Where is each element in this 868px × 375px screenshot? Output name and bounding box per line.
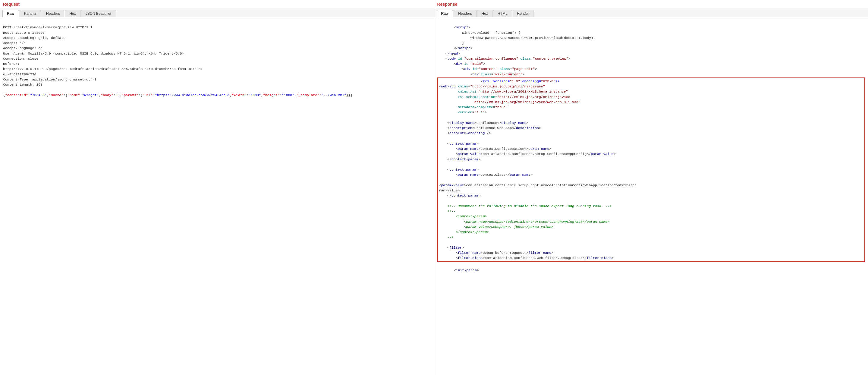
tab-params-request[interactable]: Params — [20, 10, 41, 17]
tab-raw-response[interactable]: Raw — [437, 10, 453, 17]
request-panel: Request Raw Params Headers Hex JSON Beau… — [0, 0, 434, 375]
request-line-1: POST /rest/tinymce/1/macro/preview HTTP/… — [3, 25, 203, 87]
tab-hex-response[interactable]: Hex — [477, 10, 493, 17]
response-pre-highlight: <script> window.onload = function() { wi… — [437, 25, 595, 76]
response-post-highlight: <init-param> — [437, 268, 479, 272]
response-content-area: <script> window.onload = function() { wi… — [434, 17, 868, 375]
tab-render-response[interactable]: Render — [513, 10, 533, 17]
request-json-body: {"contentId":"786458","macro":{"name":"w… — [3, 93, 352, 97]
response-tabs-row: Raw Headers Hex HTML Render — [434, 8, 868, 17]
request-content-area: POST /rest/tinymce/1/macro/preview HTTP/… — [0, 17, 434, 375]
tab-json-beautifier-request[interactable]: JSON Beautifier — [81, 10, 116, 17]
tab-html-response[interactable]: HTML — [493, 10, 512, 17]
request-panel-title: Request — [0, 0, 434, 8]
tab-hex-request[interactable]: Hex — [65, 10, 80, 17]
response-panel: Response Raw Headers Hex HTML Render <sc… — [434, 0, 868, 375]
tab-raw-request[interactable]: Raw — [2, 10, 19, 17]
tab-headers-request[interactable]: Headers — [41, 10, 64, 17]
request-tabs-row: Raw Params Headers Hex JSON Beautifier — [0, 8, 434, 17]
tab-headers-response[interactable]: Headers — [454, 10, 476, 17]
response-panel-title: Response — [434, 0, 868, 8]
response-highlighted-block: <?xml version="1.0" encoding="UTF-8"?> <… — [437, 77, 865, 262]
